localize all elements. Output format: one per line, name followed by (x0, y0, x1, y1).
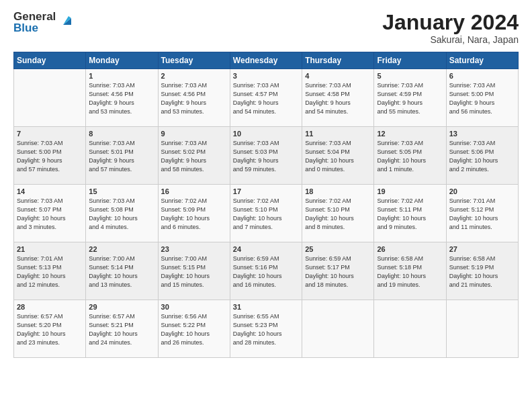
calendar-subtitle: Sakurai, Nara, Japan (382, 34, 519, 45)
day-info: Sunrise: 6:58 AMSunset: 5:18 PMDaylight:… (377, 255, 443, 289)
day-cell: 5Sunrise: 7:03 AMSunset: 4:59 PMDaylight… (374, 69, 446, 127)
day-number: 14 (17, 187, 83, 195)
day-cell (302, 300, 374, 358)
day-number: 8 (89, 130, 154, 138)
day-info: Sunrise: 7:03 AMSunset: 5:00 PMDaylight:… (449, 81, 515, 116)
header: General Blue January 2024 Sakurai, Nara,… (13, 11, 519, 45)
day-info: Sunrise: 6:57 AMSunset: 5:20 PMDaylight:… (17, 312, 83, 347)
logo: General Blue (13, 11, 74, 34)
logo-icon (58, 13, 74, 29)
day-number: 26 (377, 245, 443, 253)
week-row-4: 21Sunrise: 7:01 AMSunset: 5:13 PMDayligh… (14, 242, 519, 300)
day-number: 6 (449, 72, 515, 80)
day-info: Sunrise: 7:01 AMSunset: 5:13 PMDaylight:… (17, 255, 83, 289)
day-cell: 4Sunrise: 7:03 AMSunset: 4:58 PMDaylight… (302, 69, 374, 127)
day-cell: 24Sunrise: 6:59 AMSunset: 5:16 PMDayligh… (230, 242, 302, 300)
day-cell: 23Sunrise: 7:00 AMSunset: 5:15 PMDayligh… (158, 242, 230, 300)
day-number: 19 (377, 187, 443, 195)
week-row-1: 1Sunrise: 7:03 AMSunset: 4:56 PMDaylight… (14, 69, 519, 127)
week-row-2: 7Sunrise: 7:03 AMSunset: 5:00 PMDaylight… (14, 127, 519, 185)
day-info: Sunrise: 6:59 AMSunset: 5:16 PMDaylight:… (233, 255, 299, 289)
day-info: Sunrise: 7:03 AMSunset: 5:01 PMDaylight:… (89, 139, 154, 174)
day-info: Sunrise: 7:02 AMSunset: 5:10 PMDaylight:… (305, 197, 371, 232)
day-cell: 17Sunrise: 7:02 AMSunset: 5:10 PMDayligh… (230, 185, 302, 242)
day-number: 16 (161, 187, 227, 195)
header-row: SundayMondayTuesdayWednesdayThursdayFrid… (14, 52, 519, 69)
day-number: 15 (89, 187, 154, 195)
day-info: Sunrise: 6:58 AMSunset: 5:19 PMDaylight:… (449, 255, 515, 289)
day-cell: 21Sunrise: 7:01 AMSunset: 5:13 PMDayligh… (14, 242, 86, 300)
day-cell: 25Sunrise: 6:59 AMSunset: 5:17 PMDayligh… (302, 242, 374, 300)
day-number: 12 (377, 130, 443, 138)
day-number: 7 (17, 130, 83, 138)
day-number: 13 (449, 130, 515, 138)
day-cell: 12Sunrise: 7:03 AMSunset: 5:05 PMDayligh… (374, 127, 446, 185)
day-cell: 26Sunrise: 6:58 AMSunset: 5:18 PMDayligh… (374, 242, 446, 300)
day-number: 11 (305, 130, 371, 138)
day-cell: 10Sunrise: 7:03 AMSunset: 5:03 PMDayligh… (230, 127, 302, 185)
day-cell (446, 300, 518, 358)
day-info: Sunrise: 7:02 AMSunset: 5:11 PMDaylight:… (377, 197, 443, 232)
day-number: 27 (449, 245, 515, 253)
day-cell: 7Sunrise: 7:03 AMSunset: 5:00 PMDaylight… (14, 127, 86, 185)
day-cell: 20Sunrise: 7:01 AMSunset: 5:12 PMDayligh… (446, 185, 518, 242)
week-row-5: 28Sunrise: 6:57 AMSunset: 5:20 PMDayligh… (14, 300, 519, 358)
day-cell: 30Sunrise: 6:56 AMSunset: 5:22 PMDayligh… (158, 300, 230, 358)
day-info: Sunrise: 7:03 AMSunset: 5:06 PMDaylight:… (449, 139, 515, 174)
day-number: 5 (377, 72, 443, 80)
page: General Blue January 2024 Sakurai, Nara,… (0, 0, 532, 365)
day-info: Sunrise: 7:03 AMSunset: 5:00 PMDaylight:… (17, 139, 83, 174)
day-info: Sunrise: 6:57 AMSunset: 5:21 PMDaylight:… (89, 312, 154, 347)
day-info: Sunrise: 7:03 AMSunset: 4:57 PMDaylight:… (233, 81, 299, 116)
logo-block: General Blue (13, 11, 74, 34)
day-cell: 1Sunrise: 7:03 AMSunset: 4:56 PMDaylight… (86, 69, 158, 127)
logo-blue: Blue (13, 22, 56, 34)
day-info: Sunrise: 7:03 AMSunset: 4:56 PMDaylight:… (161, 81, 227, 116)
day-cell (374, 300, 446, 358)
day-info: Sunrise: 7:02 AMSunset: 5:10 PMDaylight:… (233, 197, 299, 232)
day-info: Sunrise: 7:03 AMSunset: 4:58 PMDaylight:… (305, 81, 371, 116)
day-cell: 9Sunrise: 7:03 AMSunset: 5:02 PMDaylight… (158, 127, 230, 185)
day-cell: 28Sunrise: 6:57 AMSunset: 5:20 PMDayligh… (14, 300, 86, 358)
day-cell: 14Sunrise: 7:03 AMSunset: 5:07 PMDayligh… (14, 185, 86, 242)
day-number: 2 (161, 72, 227, 80)
day-info: Sunrise: 7:03 AMSunset: 5:08 PMDaylight:… (89, 197, 154, 232)
day-info: Sunrise: 7:03 AMSunset: 5:04 PMDaylight:… (305, 139, 371, 174)
calendar-table: SundayMondayTuesdayWednesdayThursdayFrid… (13, 52, 519, 358)
header-cell-friday: Friday (374, 52, 446, 69)
day-info: Sunrise: 7:03 AMSunset: 4:56 PMDaylight:… (89, 81, 154, 116)
day-number: 21 (17, 245, 83, 253)
day-info: Sunrise: 7:03 AMSunset: 5:05 PMDaylight:… (377, 139, 443, 174)
day-cell: 2Sunrise: 7:03 AMSunset: 4:56 PMDaylight… (158, 69, 230, 127)
day-cell: 13Sunrise: 7:03 AMSunset: 5:06 PMDayligh… (446, 127, 518, 185)
day-number: 22 (89, 245, 154, 253)
header-cell-tuesday: Tuesday (158, 52, 230, 69)
day-number: 17 (233, 187, 299, 195)
day-cell: 29Sunrise: 6:57 AMSunset: 5:21 PMDayligh… (86, 300, 158, 358)
day-info: Sunrise: 7:03 AMSunset: 5:03 PMDaylight:… (233, 139, 299, 174)
day-info: Sunrise: 7:00 AMSunset: 5:15 PMDaylight:… (161, 255, 227, 289)
day-cell: 16Sunrise: 7:02 AMSunset: 5:09 PMDayligh… (158, 185, 230, 242)
header-cell-monday: Monday (86, 52, 158, 69)
day-cell: 19Sunrise: 7:02 AMSunset: 5:11 PMDayligh… (374, 185, 446, 242)
day-number: 4 (305, 72, 371, 80)
day-cell: 18Sunrise: 7:02 AMSunset: 5:10 PMDayligh… (302, 185, 374, 242)
day-cell: 31Sunrise: 6:55 AMSunset: 5:23 PMDayligh… (230, 300, 302, 358)
day-info: Sunrise: 7:03 AMSunset: 5:02 PMDaylight:… (161, 139, 227, 174)
logo-general: General (13, 11, 56, 22)
day-info: Sunrise: 6:55 AMSunset: 5:23 PMDaylight:… (233, 312, 299, 347)
calendar-title: January 2024 (382, 11, 519, 34)
day-number: 29 (89, 303, 154, 311)
day-number: 28 (17, 303, 83, 311)
day-cell: 6Sunrise: 7:03 AMSunset: 5:00 PMDaylight… (446, 69, 518, 127)
day-number: 9 (161, 130, 227, 138)
day-cell: 27Sunrise: 6:58 AMSunset: 5:19 PMDayligh… (446, 242, 518, 300)
day-number: 10 (233, 130, 299, 138)
week-row-3: 14Sunrise: 7:03 AMSunset: 5:07 PMDayligh… (14, 185, 519, 242)
day-cell: 22Sunrise: 7:00 AMSunset: 5:14 PMDayligh… (86, 242, 158, 300)
day-number: 30 (161, 303, 227, 311)
day-number: 23 (161, 245, 227, 253)
day-cell: 8Sunrise: 7:03 AMSunset: 5:01 PMDaylight… (86, 127, 158, 185)
day-cell (14, 69, 86, 127)
title-block: January 2024 Sakurai, Nara, Japan (382, 11, 519, 45)
